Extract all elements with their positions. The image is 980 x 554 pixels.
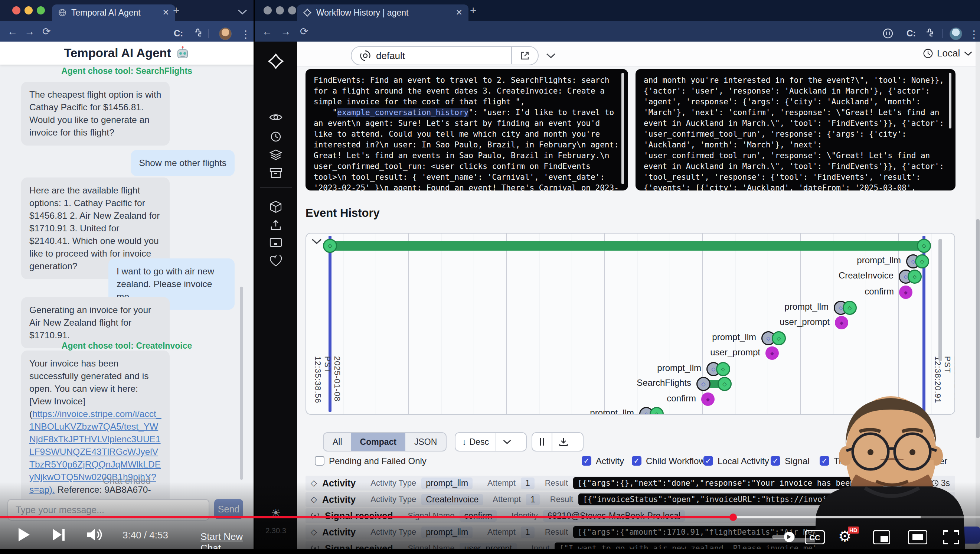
timezone-select[interactable]: Local	[923, 48, 972, 59]
progress-scrubber[interactable]	[729, 514, 737, 521]
sort-desc-button[interactable]: ↓Desc	[455, 433, 496, 451]
tab-temporal-ai-agent[interactable]: Temporal AI Agent ✕	[52, 5, 175, 21]
download-history-button[interactable]	[552, 433, 574, 451]
filter-activity-checkbox[interactable]: ✓	[582, 456, 591, 466]
timeline-scrollbar[interactable]	[939, 239, 942, 361]
autoplay-toggle[interactable]	[772, 532, 795, 544]
tab-close-icon[interactable]: ✕	[162, 8, 169, 18]
workflow-input-code-panel[interactable]: FindEvents: Find an event to travel to 2…	[305, 69, 628, 191]
sidebar-divider	[260, 187, 292, 188]
signal-event-marker[interactable]: ◆	[899, 285, 912, 299]
view-tab-compact[interactable]: Compact	[351, 433, 406, 451]
forward-button[interactable]: →	[24, 27, 35, 37]
activity-event-marker[interactable]: ◇◇	[899, 269, 922, 284]
stack-layers-icon[interactable]	[255, 149, 297, 161]
open-external-icon[interactable]	[520, 51, 530, 60]
code-panel-scrollbar[interactable]	[949, 73, 951, 129]
tab-list-chevron-icon[interactable]	[237, 9, 247, 15]
import-upload-icon[interactable]	[255, 219, 297, 231]
password-manager-icon[interactable]: C:	[174, 28, 183, 38]
signal-event-marker[interactable]: ◆	[765, 346, 779, 360]
right-toolbar: ← → ⟳ i localhost:8233/namespaces/defaul…	[255, 21, 980, 41]
reload-button[interactable]: ⟳	[42, 27, 51, 37]
menu-kebab-icon[interactable]: ⋮	[240, 28, 251, 40]
pause-updates-button[interactable]	[532, 433, 552, 451]
signal-event-marker[interactable]: ◆	[701, 392, 714, 406]
password-manager-icon[interactable]: C:	[907, 28, 916, 38]
extension-pause-icon[interactable]	[883, 28, 893, 41]
profile-avatar[interactable]	[219, 27, 232, 40]
pending-failed-label: Pending and Failed Only	[329, 456, 426, 466]
close-window-button[interactable]	[264, 6, 272, 14]
tool-choice-note: Agent chose tool: CreateInvoice	[0, 341, 253, 351]
forward-button[interactable]: →	[281, 27, 291, 37]
video-progress-bar[interactable]	[0, 516, 980, 518]
close-window-button[interactable]	[12, 6, 21, 14]
volume-icon[interactable]	[86, 527, 102, 544]
settings-gear-icon[interactable]: ⚙HD	[838, 529, 851, 544]
filter-child-workflow-checkbox[interactable]: ✓	[632, 456, 641, 466]
captions-button[interactable]: CC	[805, 530, 825, 546]
signal-event-marker[interactable]: ◆	[835, 316, 848, 330]
next-button[interactable]	[52, 527, 65, 544]
back-button[interactable]: ←	[262, 27, 272, 37]
workflow-span-bar[interactable]	[331, 241, 924, 251]
view-tab-json[interactable]: JSON	[406, 433, 446, 451]
right-tabstrip: Workflow History | agent-wor ✕ +	[255, 0, 980, 21]
filter-activity-label: Activity	[596, 456, 624, 466]
workflows-eye-icon[interactable]	[255, 112, 297, 123]
activity-event-marker[interactable]: ◇◇	[761, 331, 786, 345]
tab-close-icon[interactable]: ✕	[456, 8, 463, 18]
activity-event-marker[interactable]: ◇◇	[834, 301, 857, 315]
filter-local-activity-checkbox[interactable]: ✓	[703, 456, 713, 466]
minimize-window-button[interactable]	[276, 6, 284, 14]
miniplayer-button[interactable]	[873, 530, 890, 546]
event-label: SearchFlights	[636, 377, 691, 388]
tab-workflow-history[interactable]: Workflow History | agent-wor ✕	[297, 5, 468, 21]
event-history-timeline[interactable]: ◇ ◇ 2025-01-08 PST 12:35:38.56 2025-01-0…	[305, 233, 955, 415]
svg-text:CC: CC	[810, 533, 820, 542]
sort-chevron-button[interactable]	[496, 433, 518, 451]
workflow-start-marker[interactable]: ◇	[323, 239, 337, 253]
feedback-heart-icon[interactable]	[255, 255, 297, 267]
view-tab-all[interactable]: All	[324, 433, 351, 451]
toolbar-separator	[942, 29, 942, 38]
zoom-window-button[interactable]	[37, 6, 45, 14]
activity-event-marker[interactable]: ◇◇	[906, 254, 929, 269]
tab-title: Workflow History | agent-wor	[316, 8, 409, 18]
globe-favicon-icon	[58, 8, 67, 17]
new-tab-button[interactable]: +	[470, 7, 477, 14]
profile-avatar[interactable]	[950, 27, 962, 40]
activity-event-marker[interactable]: ◇◇	[639, 407, 664, 415]
extensions-icon[interactable]	[925, 28, 935, 40]
temporal-logo-icon[interactable]	[255, 53, 297, 70]
extensions-icon[interactable]	[193, 28, 203, 40]
fullscreen-button[interactable]	[943, 530, 959, 546]
new-tab-button[interactable]: +	[173, 7, 180, 14]
play-button[interactable]	[18, 527, 30, 544]
chat-scrollbar[interactable]	[240, 287, 243, 480]
pending-failed-checkbox[interactable]	[315, 456, 325, 466]
cube-icon[interactable]	[255, 201, 297, 213]
menu-kebab-icon[interactable]: ⋮	[969, 28, 979, 40]
archival-box-icon[interactable]	[255, 168, 297, 178]
collapse-chevron-icon[interactable]	[312, 238, 322, 245]
code-panel-scrollbar[interactable]	[621, 73, 624, 184]
minimize-window-button[interactable]	[24, 6, 33, 14]
schedules-clock-icon[interactable]	[255, 131, 297, 143]
chevron-down-icon	[964, 51, 972, 56]
workflow-end-marker[interactable]: ◇	[917, 239, 931, 253]
filter-signal-checkbox[interactable]: ✓	[771, 456, 780, 466]
event-label: prompt_llm	[784, 301, 829, 312]
namespace-select[interactable]: default	[351, 46, 539, 65]
pill-divider	[511, 47, 512, 64]
event-label: confirm	[667, 393, 696, 404]
activity-event-marker[interactable]: ◇◇	[697, 377, 732, 391]
workflow-result-code-panel[interactable]: and month you're interested in for the e…	[635, 69, 956, 191]
theater-mode-button[interactable]	[908, 530, 927, 546]
reload-button[interactable]: ⟳	[300, 27, 309, 37]
back-button[interactable]: ←	[8, 27, 18, 37]
codec-server-icon[interactable]	[255, 238, 297, 247]
activity-event-marker[interactable]: ◇◇	[706, 362, 730, 376]
zoom-window-button[interactable]	[288, 6, 296, 14]
